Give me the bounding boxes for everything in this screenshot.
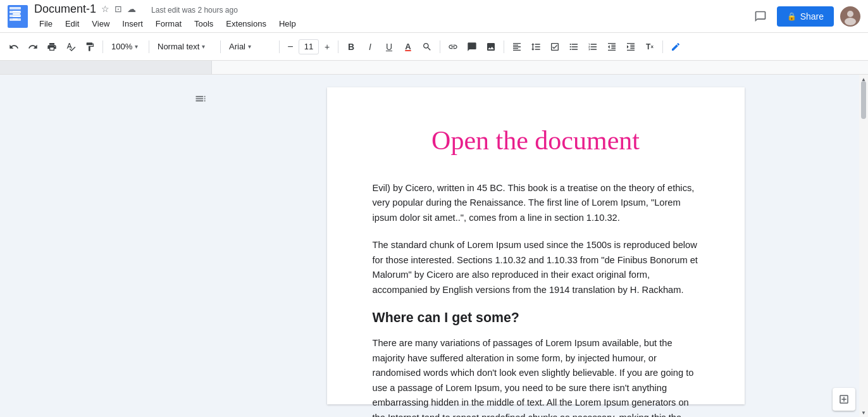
line-spacing-button[interactable]: [527, 38, 545, 56]
body-paragraph-3[interactable]: There are many variations of passages of…: [373, 336, 699, 417]
clear-formatting-button[interactable]: Tx: [641, 38, 659, 56]
numbered-list-button[interactable]: [584, 38, 602, 56]
title-section: Document-1 ☆ ⊡ ☁ Last edit was 2 hours a…: [34, 3, 750, 30]
doc-title[interactable]: Document-1: [34, 3, 96, 16]
doc-area[interactable]: Open the document Evil) by Cicero, writt…: [212, 75, 859, 417]
bullet-list-button[interactable]: [565, 38, 583, 56]
style-select[interactable]: Normal text ▾: [153, 38, 216, 56]
font-size-control: − +: [283, 39, 334, 54]
scrollbar-thumb[interactable]: [861, 81, 866, 119]
divider-5: [338, 40, 338, 53]
vertical-scrollbar[interactable]: ▲ ▼: [859, 75, 868, 417]
lock-icon: 🔒: [787, 12, 797, 21]
svg-point-4: [847, 11, 853, 17]
divider-1: [102, 40, 103, 53]
divider-7: [504, 40, 504, 53]
zoom-select[interactable]: 100% ▾: [107, 38, 145, 56]
svg-point-5: [845, 18, 856, 25]
user-avatar[interactable]: [840, 6, 860, 27]
menu-tools[interactable]: Tools: [189, 17, 218, 30]
outline-icon[interactable]: [189, 87, 212, 110]
bold-button[interactable]: B: [342, 38, 360, 56]
menu-file[interactable]: File: [34, 17, 58, 30]
left-panel: [0, 75, 212, 417]
corner-button[interactable]: [833, 388, 855, 411]
menu-format[interactable]: Format: [151, 17, 187, 30]
menu-bar: File Edit View Insert Format Tools Exten…: [34, 17, 750, 30]
font-size-input[interactable]: [299, 39, 319, 54]
underline-button[interactable]: U: [380, 38, 398, 56]
font-arrow: ▾: [248, 43, 251, 50]
save-cloud-icon[interactable]: ⊡: [115, 4, 122, 14]
divider-3: [220, 40, 221, 53]
main-area: Open the document Evil) by Cicero, writt…: [0, 75, 868, 417]
document-title: Open the document: [373, 125, 699, 156]
drive-icon[interactable]: ☁: [127, 4, 136, 14]
header-right: 🔒 Share: [750, 6, 860, 27]
doc-title-row: Document-1 ☆ ⊡ ☁ Last edit was 2 hours a…: [34, 3, 750, 16]
scroll-up-arrow[interactable]: ▲: [859, 75, 868, 84]
body-paragraph-2[interactable]: The standard chunk of Lorem Ipsum used s…: [373, 238, 699, 297]
font-size-increase[interactable]: +: [320, 40, 334, 54]
align-button[interactable]: [508, 38, 526, 56]
spelling-button[interactable]: [62, 38, 80, 56]
text-color-button[interactable]: A: [399, 38, 417, 56]
comments-icon[interactable]: [750, 6, 771, 27]
share-label: Share: [800, 11, 824, 22]
ruler: 1 2 3 4 5 6 7 8 9 10 11 12 13 14 15: [0, 61, 868, 75]
undo-button[interactable]: [5, 38, 23, 56]
divider-6: [440, 40, 440, 53]
italic-button[interactable]: I: [361, 38, 379, 56]
font-select[interactable]: Arial ▾: [225, 38, 275, 56]
style-arrow: ▾: [202, 43, 205, 50]
divider-2: [149, 40, 149, 53]
comment-button[interactable]: [463, 38, 481, 56]
menu-help[interactable]: Help: [274, 17, 301, 30]
redo-button[interactable]: [24, 38, 42, 56]
svg-rect-2: [13, 16, 20, 17]
editing-mode-button[interactable]: [667, 38, 685, 56]
doc-page: Open the document Evil) by Cicero, writt…: [327, 87, 745, 404]
svg-rect-3: [13, 18, 18, 20]
font-size-decrease[interactable]: −: [283, 40, 297, 54]
increase-indent-button[interactable]: [622, 38, 640, 56]
star-icon[interactable]: ☆: [101, 4, 109, 14]
section-heading[interactable]: Where can I get some?: [373, 310, 699, 326]
menu-edit[interactable]: Edit: [60, 17, 84, 30]
menu-extensions[interactable]: Extensions: [221, 17, 271, 30]
zoom-arrow: ▾: [135, 43, 138, 50]
last-edit: Last edit was 2 hours ago: [151, 6, 238, 16]
image-button[interactable]: [482, 38, 500, 56]
body-paragraph-1[interactable]: Evil) by Cicero, written in 45 BC. This …: [373, 181, 699, 225]
divider-8: [662, 40, 663, 53]
decrease-indent-button[interactable]: [603, 38, 621, 56]
app-icon: [8, 5, 28, 28]
style-value: Normal text: [158, 42, 199, 51]
share-button[interactable]: 🔒 Share: [777, 6, 834, 27]
print-button[interactable]: [43, 38, 61, 56]
paint-format-button[interactable]: [81, 38, 99, 56]
checklist-button[interactable]: [546, 38, 564, 56]
menu-view[interactable]: View: [87, 17, 115, 30]
font-value: Arial: [229, 42, 245, 51]
scroll-down-arrow[interactable]: ▼: [859, 408, 868, 417]
svg-rect-1: [13, 13, 20, 15]
menu-insert[interactable]: Insert: [117, 17, 148, 30]
toolbar: 100% ▾ Normal text ▾ Arial ▾ − + B I U A: [0, 33, 868, 61]
divider-4: [279, 40, 280, 53]
zoom-value: 100%: [111, 42, 132, 51]
title-bar: Document-1 ☆ ⊡ ☁ Last edit was 2 hours a…: [0, 0, 868, 33]
link-button[interactable]: [444, 38, 462, 56]
highlight-button[interactable]: [418, 38, 436, 56]
svg-rect-0: [13, 11, 20, 12]
